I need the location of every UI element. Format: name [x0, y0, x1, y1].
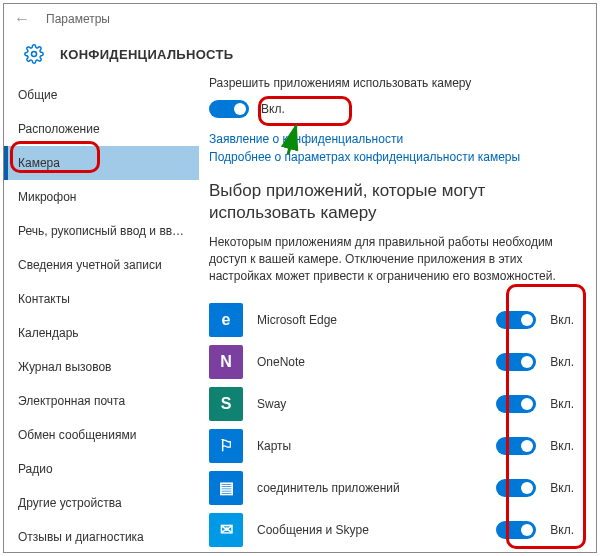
app-toggle-3[interactable] [496, 437, 536, 455]
sidebar: ОбщиеРасположениеКамераМикрофонРечь, рук… [4, 74, 199, 552]
app-toggle-5[interactable] [496, 521, 536, 539]
app-row-3: ⚐КартыВкл. [209, 425, 574, 467]
app-name: соединитель приложений [257, 481, 496, 495]
app-icon: ▤ [209, 471, 243, 505]
sidebar-item-9[interactable]: Электронная почта [4, 384, 199, 418]
back-button[interactable]: ← [12, 9, 32, 29]
app-toggle-label: Вкл. [546, 439, 574, 453]
sidebar-item-0[interactable]: Общие [4, 78, 199, 112]
app-icon: ⚐ [209, 429, 243, 463]
app-toggle-label: Вкл. [546, 355, 574, 369]
sidebar-item-5[interactable]: Сведения учетной записи [4, 248, 199, 282]
app-row-4: ▤соединитель приложенийВкл. [209, 467, 574, 509]
privacy-statement-link[interactable]: Заявление о конфиденциальности [209, 132, 574, 146]
app-row-2: SSwayВкл. [209, 383, 574, 425]
app-icon: e [209, 303, 243, 337]
permission-title: Разрешить приложениям использовать камер… [209, 76, 574, 90]
app-row-5: ✉Сообщения и SkypeВкл. [209, 509, 574, 551]
sidebar-item-4[interactable]: Речь, рукописный ввод и ввод текста [4, 214, 199, 248]
gear-icon [24, 44, 44, 64]
window-title: Параметры [46, 12, 110, 26]
sidebar-item-13[interactable]: Отзывы и диагностика [4, 520, 199, 552]
sidebar-item-7[interactable]: Календарь [4, 316, 199, 350]
app-name: Сообщения и Skype [257, 523, 496, 537]
description: Некоторым приложениям для правильной раб… [209, 234, 574, 284]
app-name: Карты [257, 439, 496, 453]
subheading: Выбор приложений, которые могут использо… [209, 180, 574, 224]
app-name: Microsoft Edge [257, 313, 496, 327]
app-name: Sway [257, 397, 496, 411]
app-toggle-4[interactable] [496, 479, 536, 497]
page-title: КОНФИДЕНЦИАЛЬНОСТЬ [60, 47, 233, 62]
content-pane: Разрешить приложениям использовать камер… [199, 74, 596, 552]
app-toggle-0[interactable] [496, 311, 536, 329]
sidebar-item-12[interactable]: Другие устройства [4, 486, 199, 520]
app-icon: N [209, 345, 243, 379]
sidebar-item-2[interactable]: Камера [4, 146, 199, 180]
camera-master-toggle-label: Вкл. [261, 102, 285, 116]
camera-master-toggle[interactable] [209, 100, 249, 118]
svg-point-0 [32, 52, 37, 57]
sidebar-item-6[interactable]: Контакты [4, 282, 199, 316]
app-toggle-2[interactable] [496, 395, 536, 413]
app-icon: S [209, 387, 243, 421]
app-row-0: eMicrosoft EdgeВкл. [209, 299, 574, 341]
privacy-learnmore-link[interactable]: Подробнее о параметрах конфиденциальност… [209, 150, 574, 164]
app-toggle-label: Вкл. [546, 523, 574, 537]
app-icon: ✉ [209, 513, 243, 547]
app-toggle-label: Вкл. [546, 397, 574, 411]
sidebar-item-3[interactable]: Микрофон [4, 180, 199, 214]
app-name: OneNote [257, 355, 496, 369]
sidebar-item-8[interactable]: Журнал вызовов [4, 350, 199, 384]
sidebar-item-1[interactable]: Расположение [4, 112, 199, 146]
sidebar-item-10[interactable]: Обмен сообщениями [4, 418, 199, 452]
sidebar-item-11[interactable]: Радио [4, 452, 199, 486]
app-row-1: NOneNoteВкл. [209, 341, 574, 383]
app-toggle-label: Вкл. [546, 481, 574, 495]
app-toggle-1[interactable] [496, 353, 536, 371]
app-toggle-label: Вкл. [546, 313, 574, 327]
